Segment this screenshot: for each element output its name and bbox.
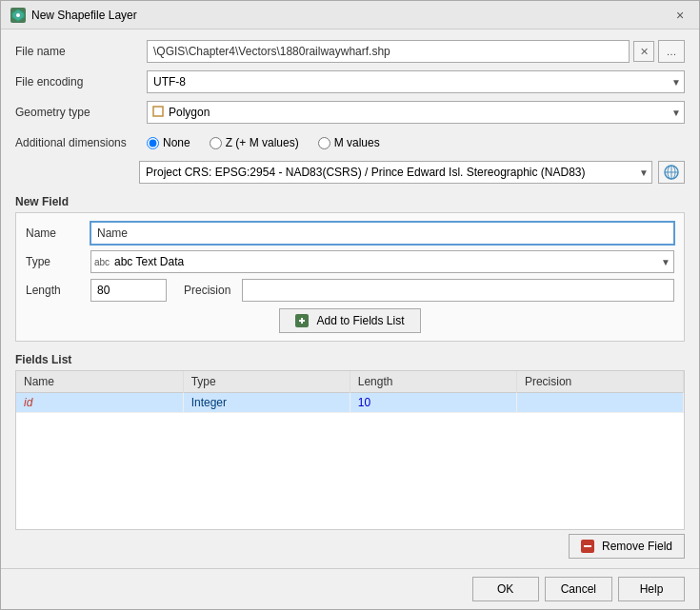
col-type-header: Type	[183, 371, 350, 393]
close-button[interactable]: ×	[670, 6, 690, 25]
field-id-precision	[516, 393, 683, 413]
fields-table-header: Name Type Length Precision	[16, 371, 684, 393]
add-to-fields-button[interactable]: Add to Fields List	[279, 308, 420, 333]
add-btn-label: Add to Fields List	[316, 314, 404, 327]
new-field-title: New Field	[15, 195, 685, 208]
svg-point-1	[16, 13, 20, 17]
crs-row: Project CRS: EPSG:2954 - NAD83(CSRS) / P…	[139, 161, 685, 184]
crs-combo-wrap: Project CRS: EPSG:2954 - NAD83(CSRS) / P…	[139, 161, 652, 184]
radio-z-item[interactable]: Z (+ M values)	[210, 136, 299, 149]
remove-icon	[581, 540, 594, 553]
fields-table-wrap: Name Type Length Precision id Integer 10	[15, 370, 685, 530]
radio-z-input[interactable]	[210, 137, 222, 149]
geometry-type-combo-wrap: Polygon ▼	[147, 101, 685, 124]
new-field-inner: Name Type abc Text Data abc ▼	[15, 212, 685, 342]
radio-z-label: Z (+ M values)	[226, 136, 299, 149]
globe-icon	[663, 164, 680, 181]
field-id-type: Integer	[183, 393, 350, 413]
field-name-row: Name	[26, 221, 674, 246]
field-type-label: Type	[26, 255, 83, 268]
fields-list-title: Fields List	[15, 353, 685, 366]
dialog-icon	[10, 8, 26, 23]
precision-label: Precision	[184, 284, 230, 297]
dialog-body: File name ✕ … File encoding UTF-8 ▼ Geom…	[1, 30, 699, 568]
field-id-length: 10	[350, 393, 516, 413]
field-type-row: Type abc Text Data abc ▼	[26, 249, 674, 274]
geometry-type-row: Geometry type Polygon ▼	[15, 100, 685, 125]
file-encoding-select[interactable]: UTF-8	[147, 70, 685, 93]
file-encoding-combo-wrap: UTF-8 ▼	[147, 70, 685, 93]
fields-table: Name Type Length Precision id Integer 10	[16, 371, 684, 413]
field-id-name: id	[16, 393, 183, 413]
radio-none-input[interactable]	[147, 137, 159, 149]
field-type-select[interactable]: abc Text Data	[90, 250, 674, 273]
title-bar-left: New Shapefile Layer	[10, 8, 137, 23]
fields-table-body: id Integer 10	[16, 393, 684, 413]
geometry-type-select[interactable]: Polygon	[147, 101, 685, 124]
file-encoding-row: File encoding UTF-8 ▼	[15, 69, 685, 94]
radio-none-label: None	[163, 136, 190, 149]
radio-m-label: M values	[334, 136, 380, 149]
new-field-section: New Field Name Type abc Text Data abc ▼	[15, 189, 685, 342]
bottom-bar: OK Cancel Help	[1, 568, 699, 609]
additional-dimensions-label: Additional dimensions	[15, 136, 139, 149]
geometry-type-label: Geometry type	[15, 106, 139, 119]
table-row[interactable]: id Integer 10	[16, 393, 684, 413]
remove-field-label: Remove Field	[602, 540, 672, 553]
file-encoding-label: File encoding	[15, 75, 139, 89]
col-precision-header: Precision	[516, 371, 683, 393]
radio-m-input[interactable]	[318, 137, 330, 149]
help-button[interactable]: Help	[618, 577, 685, 601]
cancel-button[interactable]: Cancel	[545, 577, 612, 601]
remove-field-row: Remove Field	[15, 534, 685, 559]
radio-m-item[interactable]: M values	[318, 136, 380, 149]
radio-none-item[interactable]: None	[147, 136, 190, 149]
file-name-control: ✕ …	[147, 40, 685, 63]
length-precision-row: Length Precision	[26, 278, 674, 303]
length-input[interactable]	[90, 279, 167, 302]
col-name-header: Name	[16, 371, 183, 393]
ok-button[interactable]: OK	[472, 577, 539, 601]
field-type-combo-wrap: abc Text Data abc ▼	[90, 250, 674, 273]
file-name-browse-button[interactable]: …	[658, 40, 685, 63]
precision-input[interactable]	[242, 279, 674, 302]
fields-list-section: Fields List Name Type Length Precision i…	[15, 347, 685, 559]
add-icon	[295, 314, 309, 327]
add-btn-wrap: Add to Fields List	[26, 308, 674, 333]
file-name-input[interactable]	[147, 40, 630, 63]
dialog-title: New Shapefile Layer	[31, 9, 137, 22]
col-length-header: Length	[350, 371, 516, 393]
file-name-row: File name ✕ …	[15, 39, 685, 64]
crs-select[interactable]: Project CRS: EPSG:2954 - NAD83(CSRS) / P…	[139, 161, 652, 184]
file-name-clear-button[interactable]: ✕	[633, 41, 654, 62]
field-name-label: Name	[26, 226, 83, 240]
dimensions-radio-group: None Z (+ M values) M values	[147, 136, 685, 149]
file-name-label: File name	[15, 45, 139, 58]
remove-field-button[interactable]: Remove Field	[569, 534, 685, 559]
additional-dimensions-row: Additional dimensions None Z (+ M values…	[15, 130, 685, 155]
title-bar: New Shapefile Layer ×	[1, 1, 699, 30]
crs-select-button[interactable]	[658, 161, 685, 184]
field-name-input[interactable]	[90, 222, 674, 245]
new-shapefile-dialog: New Shapefile Layer × File name ✕ … File…	[0, 0, 700, 610]
length-label: Length	[26, 284, 83, 297]
